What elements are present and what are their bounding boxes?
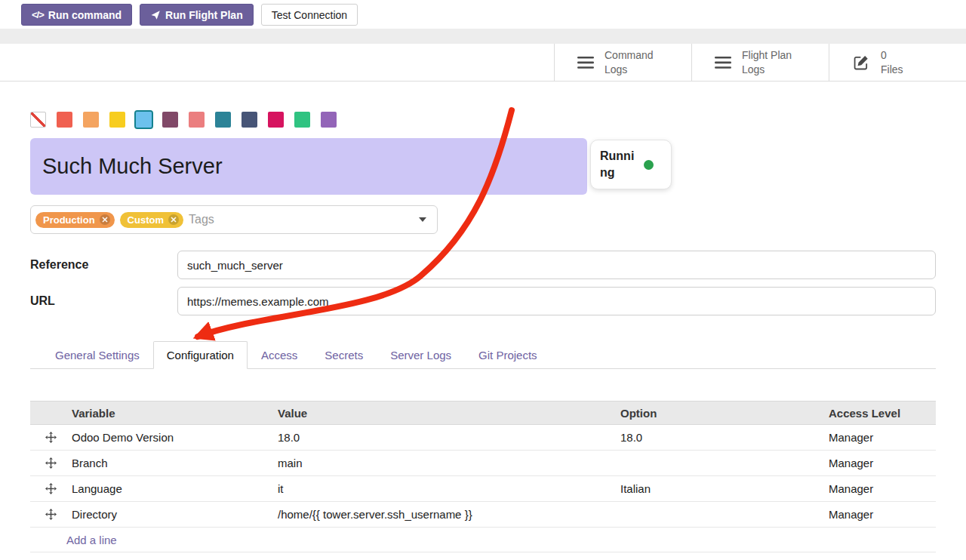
url-value: https://memes.example.com [187, 295, 329, 308]
paper-plane-icon [150, 10, 161, 20]
tag-custom-remove-icon[interactable] [168, 214, 179, 225]
files-button[interactable]: 0 Files [829, 44, 966, 81]
stat-button-bar: Command Logs Flight Plan Logs 0 Fil [0, 44, 966, 82]
status-running-dot [644, 160, 654, 170]
col-value: Value [278, 407, 620, 420]
chevron-down-icon[interactable] [419, 217, 426, 222]
color-swatch-red[interactable] [57, 112, 72, 128]
tag-production-label: Production [43, 214, 95, 226]
title-row: Such Much Server Running [30, 138, 936, 195]
col-variable: Variable [72, 407, 278, 420]
reference-label: Reference [30, 258, 177, 272]
table-row[interactable]: Directory /home/{{ tower.server.ssh_user… [30, 502, 936, 528]
url-input[interactable]: https://memes.example.com [177, 287, 936, 315]
run-command-button[interactable]: </> Run command [21, 4, 132, 26]
tags-input[interactable]: Production Custom Tags [30, 205, 438, 234]
server-name-text: Such Much Server [42, 154, 223, 179]
drag-handle-icon[interactable] [30, 509, 72, 520]
color-swatch-teal[interactable] [215, 112, 231, 128]
reference-value: such_much_server [187, 259, 283, 272]
tab-secrets[interactable]: Secrets [311, 341, 377, 369]
tags-placeholder: Tags [189, 213, 214, 226]
top-toolbar: </> Run command Run Flight Plan Test Con… [0, 0, 966, 29]
command-logs-button[interactable]: Command Logs [554, 44, 691, 81]
drag-handle-icon[interactable] [30, 432, 72, 443]
cell-option[interactable]: 18.0 [620, 431, 829, 444]
color-swatch-green[interactable] [294, 112, 310, 128]
list-icon [577, 56, 594, 69]
files-label: 0 Files [881, 48, 903, 75]
tab-configuration[interactable]: Configuration [153, 341, 248, 369]
color-swatch-dark-purple[interactable] [162, 112, 178, 128]
table-row[interactable]: Language it Italian Manager [30, 476, 936, 502]
add-a-line-link[interactable]: Add a line [66, 534, 117, 546]
flight-plan-logs-line1: Flight Plan [742, 48, 792, 62]
drag-handle-icon[interactable] [30, 483, 72, 494]
tag-production: Production [35, 212, 115, 228]
color-swatch-purple[interactable] [321, 112, 337, 128]
reference-input[interactable]: such_much_server [177, 251, 936, 279]
tab-general-settings[interactable]: General Settings [42, 341, 153, 369]
color-swatch-fuchsia[interactable] [268, 112, 284, 128]
col-option: Option [620, 407, 829, 420]
status-card: Running [590, 140, 672, 189]
cell-access[interactable]: Manager [829, 508, 936, 521]
tab-access[interactable]: Access [248, 341, 311, 369]
table-row[interactable]: Odoo Demo Version 18.0 18.0 Manager [30, 425, 936, 451]
color-swatch-salmon[interactable] [189, 112, 205, 128]
cell-value[interactable]: /home/{{ tower.server.ssh_username }} [278, 508, 620, 521]
form-sheet: Such Much Server Running Production Cust… [0, 112, 966, 552]
add-line-row: Add a line [30, 528, 936, 552]
command-logs-label: Command Logs [605, 48, 654, 75]
status-label: Running [600, 148, 639, 180]
cell-access[interactable]: Manager [829, 431, 936, 444]
cell-variable[interactable]: Language [72, 482, 278, 495]
color-swatch-cyan-selected[interactable] [136, 112, 152, 128]
table-header-row: Variable Value Option Access Level [30, 401, 936, 425]
color-swatch-orange[interactable] [83, 112, 99, 128]
flight-plan-logs-label: Flight Plan Logs [742, 48, 792, 75]
cell-variable[interactable]: Directory [72, 508, 278, 521]
code-icon: </> [32, 9, 44, 20]
list-icon [715, 56, 731, 69]
test-connection-button[interactable]: Test Connection [261, 4, 358, 26]
variables-table: Variable Value Option Access Level Odoo … [30, 401, 936, 552]
cell-value[interactable]: it [278, 482, 620, 495]
separator-band [0, 29, 966, 44]
tag-custom: Custom [120, 212, 183, 228]
run-flight-plan-button[interactable]: Run Flight Plan [140, 4, 254, 26]
files-line2: Files [881, 63, 903, 76]
cell-access[interactable]: Manager [829, 482, 936, 495]
color-picker [30, 112, 936, 128]
tag-custom-label: Custom [128, 214, 164, 226]
flight-plan-logs-button[interactable]: Flight Plan Logs [691, 44, 829, 81]
cell-option[interactable]: Italian [620, 482, 829, 495]
edit-pencil-icon [852, 54, 870, 72]
cell-variable[interactable]: Branch [72, 457, 278, 469]
tab-git-projects[interactable]: Git Projects [465, 341, 551, 369]
tag-production-remove-icon[interactable] [100, 214, 110, 225]
files-count: 0 [881, 48, 903, 62]
notebook-tabs: General Settings Configuration Access Se… [30, 341, 936, 369]
run-flight-plan-label: Run Flight Plan [165, 9, 243, 21]
command-logs-line2: Logs [605, 63, 654, 76]
field-group: Reference such_much_server URL https://m… [30, 251, 936, 315]
color-swatch-dark-blue[interactable] [242, 112, 257, 128]
run-command-label: Run command [48, 9, 122, 21]
test-connection-label: Test Connection [272, 9, 347, 21]
cell-access[interactable]: Manager [829, 457, 936, 469]
color-swatch-yellow[interactable] [109, 112, 125, 128]
server-name-input[interactable]: Such Much Server [30, 138, 587, 195]
flight-plan-logs-line2: Logs [742, 63, 792, 76]
table-row[interactable]: Branch main Manager [30, 451, 936, 476]
cell-value[interactable]: 18.0 [278, 431, 620, 444]
col-access-level: Access Level [829, 407, 936, 420]
tab-server-logs[interactable]: Server Logs [377, 341, 465, 369]
color-swatch-none[interactable] [30, 112, 46, 128]
page: </> Run command Run Flight Plan Test Con… [0, 0, 966, 560]
cell-variable[interactable]: Odoo Demo Version [72, 431, 278, 444]
command-logs-line1: Command [605, 48, 654, 62]
cell-value[interactable]: main [278, 457, 620, 469]
drag-handle-icon[interactable] [30, 457, 72, 469]
url-label: URL [30, 294, 177, 308]
